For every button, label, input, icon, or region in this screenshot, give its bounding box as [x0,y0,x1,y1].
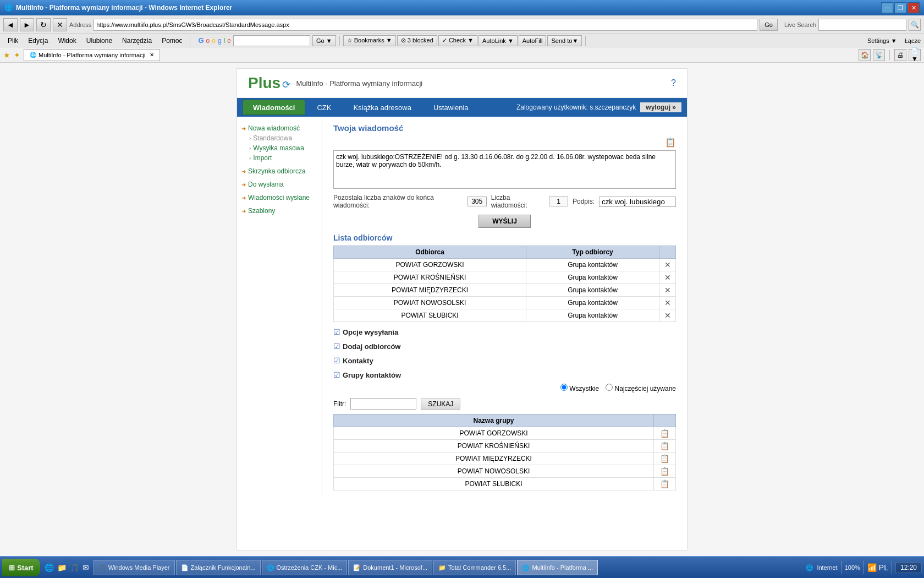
rss-button[interactable]: 📡 [873,49,885,61]
refresh-button[interactable]: ↻ [36,18,51,31]
delete-icon[interactable]: ✕ [664,298,671,307]
delete-icon[interactable]: ✕ [664,260,671,269]
radio-frequent-label[interactable]: Najczęściej używane [606,384,676,392]
print-button[interactable]: 🖨 [894,49,906,61]
tab-czk[interactable]: CZK [306,100,342,115]
close-button[interactable]: ✕ [908,2,920,13]
stop-button[interactable]: ✕ [53,18,67,31]
add-group-icon[interactable]: 📋 [660,479,669,488]
menu-ulubione[interactable]: Ulubione [82,36,117,46]
ie-quick-icon[interactable]: 🌐 [45,563,54,572]
tab-close-icon[interactable]: ✕ [150,52,154,58]
sidebar-link-szablony[interactable]: ➜ Szablony [241,206,317,216]
search-input[interactable] [818,19,906,31]
autolink-button[interactable]: AutoLink ▼ [479,35,518,46]
group-add[interactable]: 📋 [654,440,676,452]
taskbar-btn-zalacznik[interactable]: 📄 Załącznik Funkcjonaln... [176,560,261,575]
search-button[interactable]: 🔍 [909,19,921,31]
minimize-button[interactable]: ─ [881,2,893,13]
network-tray-icon[interactable]: 📶 [867,563,877,572]
add-group-icon[interactable]: 📋 [660,467,669,476]
tab-ksiazka[interactable]: Książka adresowa [343,100,422,115]
taskbar-btn-multiinfo[interactable]: 🌐 MultiInfo - Platforma ... [517,560,598,575]
tab-ustawienia[interactable]: Ustawienia [423,100,479,115]
dodaj-section[interactable]: ☑ Dodaj odbiorców [333,342,676,351]
page-button[interactable]: 📄▼ [909,49,921,61]
sidebar-link-nowa[interactable]: ➜ Nowa wiadomość [241,123,317,133]
address-input[interactable] [94,19,757,31]
radio-frequent[interactable] [606,384,613,391]
copy-icon[interactable]: 📋 [665,137,676,148]
taskbar-btn-totalcmd[interactable]: 📁 Total Commander 6.5... [433,560,516,575]
bookmarks-button[interactable]: ☆ Bookmarks ▼ [343,35,396,46]
taskbar-sep [841,561,842,574]
taskbar-btn-ostrzezenia[interactable]: 🌐 Ostrzeżenia CZK - Mic... [262,560,348,575]
signature-input[interactable] [599,197,676,207]
forward-button[interactable]: ► [20,18,34,31]
delete-icon[interactable]: ✕ [664,273,671,282]
check-button[interactable]: ✓ Check ▼ [438,35,477,46]
menu-narzedzia[interactable]: Narzędzia [118,36,156,46]
filter-input[interactable] [350,398,416,410]
opcje-section[interactable]: ☑ Opcje wysyłania [333,328,676,336]
search-submit-button[interactable]: SZUKAJ [421,399,460,410]
radio-all[interactable] [560,384,568,391]
help-icon[interactable]: ? [671,78,676,88]
logout-button[interactable]: wyloguj » [640,102,681,112]
recipient-delete[interactable]: ✕ [659,309,676,322]
explorer-quick-icon[interactable]: 📁 [57,563,67,572]
sidebar-link-import[interactable]: › Import [241,153,317,163]
logo-text: Plus [248,74,280,91]
media-quick-icon[interactable]: 🎵 [70,563,79,572]
settings-button[interactable]: Settings ▼ [863,36,901,45]
tab-wiadomosci[interactable]: Wiadomości [243,100,305,115]
menu-pomoc[interactable]: Pomoc [157,36,186,46]
taskbar-btn-dokument[interactable]: 📝 Dokument1 - Microsof... [348,560,432,575]
start-button[interactable]: ⊞ Start [2,559,40,576]
delete-icon[interactable]: ✕ [664,311,671,320]
blocked-button[interactable]: ⊘ 3 blocked [397,35,437,46]
grupy-section[interactable]: ☑ Grupy kontaktów [333,370,676,379]
add-group-icon[interactable]: 📋 [660,429,669,438]
menu-widok[interactable]: Widok [53,36,80,46]
recipient-delete[interactable]: ✕ [659,284,676,297]
recipient-name: POWIAT GORZOWSKI [334,259,526,271]
menu-edycja[interactable]: Edycja [24,36,52,46]
sidebar-link-wyslane[interactable]: ➜ Wiadomości wysłane [241,193,317,203]
restore-button[interactable]: ❐ [894,2,906,13]
sendto-button[interactable]: Send to▼ [547,35,582,46]
favorites-star-icon[interactable]: ★ [3,51,10,59]
radio-all-label[interactable]: Wszystkie [560,384,599,392]
taskbar-btn-mediaplayer[interactable]: 🎵 Windows Media Player [94,560,175,575]
chars-value: 305 [468,197,487,206]
delete-icon[interactable]: ✕ [664,286,671,295]
recipient-delete[interactable]: ✕ [659,259,676,271]
recipient-delete[interactable]: ✕ [659,271,676,284]
open-tab[interactable]: 🌐 MultiInfo - Platforma wymiany informac… [24,49,160,61]
group-add[interactable]: 📋 [654,427,676,440]
go-button[interactable]: Go [760,19,778,31]
add-group-icon[interactable]: 📋 [660,441,669,450]
group-add[interactable]: 📋 [654,465,676,478]
google-search-input[interactable] [233,35,310,46]
menu-plik[interactable]: Plik [3,36,23,46]
add-group-icon[interactable]: 📋 [660,454,669,463]
send-button[interactable]: WYŚLIJ [479,215,531,228]
sidebar-link-masowa[interactable]: › Wysyłka masowa [241,143,317,153]
sidebar-link-dosylania[interactable]: ➜ Do wysłania [241,179,317,189]
group-add[interactable]: 📋 [654,452,676,465]
group-add[interactable]: 📋 [654,478,676,490]
back-button[interactable]: ◄ [3,18,18,31]
sidebar-link-standardowa[interactable]: › Standardowa [241,133,317,143]
autofill-button[interactable]: AutoFill [519,35,547,46]
google-go-button[interactable]: Go ▼ [312,35,336,46]
kontakty-section[interactable]: ☑ Kontakty [333,356,676,365]
recipient-delete[interactable]: ✕ [659,297,676,309]
message-textarea[interactable]: czk woj. lubuskiego:OSTRZEŻENIE! od g. 1… [333,150,676,189]
kontakty-icon: ☑ [333,356,340,365]
home-button[interactable]: 🏠 [859,49,871,61]
lacze-button[interactable]: Łącze [905,37,921,44]
add-favorite-icon[interactable]: ✦ [14,51,20,59]
mail-quick-icon[interactable]: ✉ [82,563,89,572]
sidebar-link-skrzynka[interactable]: ➜ Skrzynka odbiorcza [241,166,317,176]
